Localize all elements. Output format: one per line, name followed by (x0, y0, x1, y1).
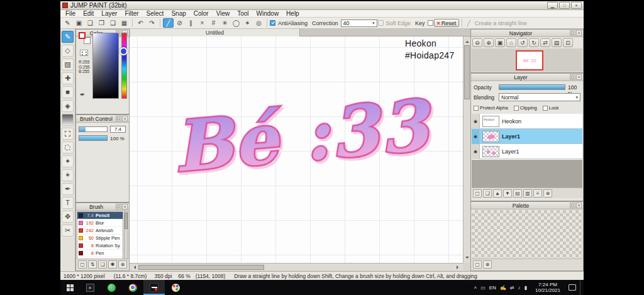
taskbar-app-chrome[interactable] (122, 280, 143, 295)
transparent-color-icon[interactable] (80, 50, 88, 56)
menu-tool[interactable]: Tool (233, 10, 252, 18)
taskbar-app-paint[interactable] (165, 280, 186, 295)
layer-opacity-slider[interactable] (499, 84, 565, 90)
duplicate-layer-button[interactable]: ❏ (483, 189, 492, 198)
soft-edge-checkbox[interactable] (378, 20, 384, 26)
tray-expand-icon[interactable]: ˄ (474, 285, 477, 291)
reset-button[interactable]: × Reset (434, 19, 460, 27)
drawing-canvas[interactable]: Heokon #Hoidap247 Bé :33 (130, 36, 463, 263)
magic-wand-tool[interactable]: ✶ (62, 169, 74, 181)
snap-grid-button[interactable]: # (208, 18, 219, 28)
popout-icon[interactable]: ⊡ (116, 116, 121, 121)
layer-row-layer1[interactable]: ◉ Layer1 (472, 144, 582, 159)
merge-layer-button[interactable]: ▥ (523, 189, 532, 198)
bucket-tool[interactable]: ◈ (62, 100, 74, 112)
snap-radial-button[interactable]: ✳ (219, 18, 230, 28)
snap-concentric-button[interactable]: ◎ (253, 18, 264, 28)
close-icon[interactable]: × (122, 116, 128, 121)
layer-row-layer1-selected[interactable]: ◉ Layer1 (472, 129, 582, 144)
layer-visibility-toggle[interactable]: ◉ (472, 114, 480, 129)
minimize-button[interactable]: ▁ (547, 2, 558, 9)
layer-up-button[interactable]: ▲ (493, 189, 502, 198)
taskbar-app-media[interactable]: × (79, 280, 101, 295)
close-icon[interactable]: × (576, 203, 582, 208)
canvas-horizontal-scrollbar[interactable] (130, 263, 463, 270)
navigator-preview[interactable]: Bé :33 (472, 48, 582, 72)
scroll-up-icon[interactable] (465, 39, 469, 43)
notification-center-icon[interactable] (569, 284, 576, 291)
brush-list-item[interactable]: 8 Pen (77, 250, 123, 257)
eyedropper-tool[interactable]: ✒ (62, 183, 74, 195)
menu-layer[interactable]: Layer (97, 10, 121, 18)
popout-icon[interactable]: ⊡ (116, 204, 121, 209)
menu-select[interactable]: Select (143, 10, 168, 18)
clipping-option[interactable]: Clipping (514, 105, 537, 111)
delete-palette-color-button[interactable]: ⊗ (483, 260, 492, 269)
delete-brush-button[interactable]: ⊗ (118, 260, 127, 269)
divide-tool[interactable]: ✂ (62, 225, 74, 237)
layer-visibility-toggle[interactable]: ◉ (472, 144, 480, 159)
grid-toolbar-icon[interactable]: ▦ (119, 18, 130, 28)
move-tool[interactable]: ✚ (62, 72, 74, 84)
navigator-view-frame[interactable]: Bé :33 (516, 50, 543, 70)
menu-help[interactable]: Help (282, 10, 303, 18)
layer-down-button[interactable]: ▼ (503, 189, 512, 198)
snap-ellipse-button[interactable]: ◯ (231, 18, 242, 28)
close-icon[interactable]: × (576, 30, 582, 36)
volume-icon[interactable]: ♪ (518, 285, 521, 291)
language-indicator[interactable]: EN (489, 285, 496, 291)
brush-list-item[interactable]: 8 Rotation Sy (77, 242, 123, 250)
zoom-in-button[interactable]: ⊕ (484, 38, 494, 47)
eyedropper-icon[interactable]: ✒ (80, 91, 85, 98)
snap-off-button[interactable]: ⊘ (174, 18, 185, 28)
network-icon[interactable]: ⇄ (510, 285, 514, 291)
lock-option[interactable]: Lock (543, 105, 559, 111)
key-checkbox[interactable] (428, 20, 433, 26)
show-desktop-button[interactable] (580, 280, 582, 295)
hue-marker[interactable] (119, 47, 128, 55)
menu-snap[interactable]: Snap (167, 10, 189, 18)
layer-row-heokon[interactable]: ◉ Heokon Heokon (472, 114, 582, 129)
close-icon[interactable]: × (122, 204, 128, 209)
snap-cross-button[interactable]: × (197, 18, 208, 28)
navigator-settings-button[interactable]: ⊡ (563, 38, 573, 47)
snap-vanishing-button[interactable]: ✶ (242, 18, 253, 28)
scroll-right-icon[interactable] (457, 265, 460, 269)
add-layer-button[interactable]: ▢ (473, 189, 482, 198)
paste-toolbar-icon[interactable]: ❏ (108, 18, 118, 28)
close-icon[interactable]: × (576, 74, 582, 80)
add-brush-button[interactable]: ▢ (78, 260, 87, 269)
spread-view-button[interactable]: ▤ (552, 38, 562, 47)
antialiasing-checkbox[interactable] (270, 20, 275, 26)
undo-button[interactable]: ↶ (135, 18, 146, 28)
menu-color[interactable]: Color (190, 10, 213, 18)
eraser-tool[interactable]: ◇ (62, 45, 74, 57)
close-button[interactable]: × (571, 2, 582, 9)
popout-icon[interactable]: ⊡ (570, 74, 575, 80)
scroll-down-icon[interactable] (465, 257, 469, 260)
redo-button[interactable]: ↷ (147, 18, 157, 28)
scroll-left-icon[interactable] (132, 265, 136, 269)
taskbar-clock[interactable]: 7:24 PM 10/21/2021 (531, 282, 565, 293)
taskbar-app-jump-paint[interactable] (143, 280, 165, 295)
maximize-button[interactable]: □ (559, 2, 570, 9)
touch-keyboard-icon[interactable]: ▭ (480, 285, 486, 291)
horizontal-scroll-thumb[interactable] (138, 265, 264, 270)
menu-view[interactable]: View (213, 10, 234, 18)
canvas-vertical-scrollbar[interactable] (463, 36, 470, 263)
layer-visibility-toggle[interactable]: ◉ (472, 129, 480, 144)
operation-tool[interactable]: ✦ (62, 155, 74, 167)
clipping-checkbox[interactable] (514, 106, 519, 111)
popout-icon[interactable]: ⊡ (570, 30, 575, 36)
rotate-left-button[interactable]: ↺ (518, 38, 528, 47)
vertical-scroll-thumb[interactable] (464, 45, 470, 99)
reset-zoom-button[interactable]: ⌂ (506, 38, 516, 47)
flip-horizontal-button[interactable]: ⇄ (540, 38, 550, 47)
lasso-select-tool[interactable] (62, 142, 74, 153)
shape-brush-tool[interactable]: ■ (62, 86, 74, 98)
layer-folder-button[interactable]: ▤ (513, 189, 522, 198)
foreground-color-swatch[interactable] (79, 32, 86, 39)
delete-layer-button[interactable]: ⊗ (543, 189, 552, 198)
saturation-value-picker[interactable] (92, 33, 119, 99)
document-tab-untitled[interactable]: Untitled (130, 29, 300, 36)
